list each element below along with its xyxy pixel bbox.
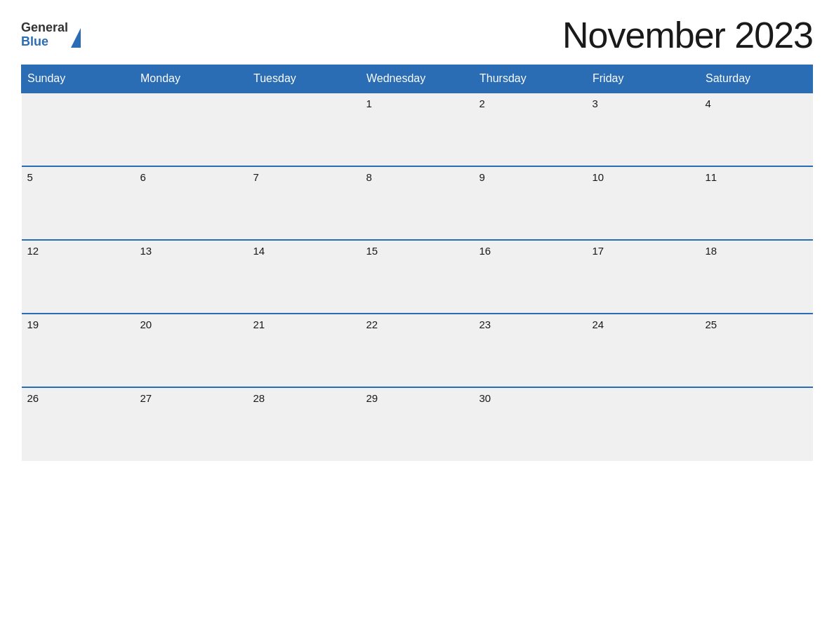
calendar-week-row: 1234 bbox=[22, 93, 813, 166]
calendar-week-row: 2627282930 bbox=[22, 387, 813, 461]
calendar-cell: 28 bbox=[248, 387, 361, 461]
day-number: 13 bbox=[140, 245, 242, 257]
col-friday: Friday bbox=[587, 65, 700, 93]
day-number: 14 bbox=[253, 245, 355, 257]
day-number: 26 bbox=[27, 392, 129, 404]
calendar-week-row: 567891011 bbox=[22, 166, 813, 240]
calendar-cell: 5 bbox=[22, 166, 135, 240]
day-number: 29 bbox=[366, 392, 468, 404]
calendar-cell: 16 bbox=[474, 240, 587, 314]
day-number: 21 bbox=[253, 318, 355, 330]
day-number: 22 bbox=[366, 318, 468, 330]
calendar-cell: 7 bbox=[248, 166, 361, 240]
calendar-cell: 9 bbox=[474, 166, 587, 240]
day-number: 11 bbox=[706, 171, 807, 183]
day-number: 23 bbox=[479, 318, 581, 330]
day-number: 3 bbox=[593, 98, 694, 109]
calendar-week-row: 12131415161718 bbox=[22, 240, 813, 314]
calendar-cell: 26 bbox=[22, 387, 135, 461]
logo-general: General bbox=[21, 21, 68, 35]
day-number: 9 bbox=[479, 171, 581, 183]
day-number: 2 bbox=[479, 98, 581, 109]
calendar-cell bbox=[700, 387, 813, 461]
calendar-cell bbox=[135, 93, 248, 166]
calendar-cell: 10 bbox=[587, 166, 700, 240]
day-number: 7 bbox=[253, 171, 355, 183]
calendar-cell: 18 bbox=[700, 240, 813, 314]
day-number: 25 bbox=[706, 318, 807, 330]
calendar-cell: 14 bbox=[248, 240, 361, 314]
calendar-cell: 6 bbox=[135, 166, 248, 240]
day-number: 24 bbox=[593, 318, 694, 330]
col-thursday: Thursday bbox=[474, 65, 587, 93]
calendar-cell: 30 bbox=[474, 387, 587, 461]
page-header: General Blue November 2023 bbox=[21, 14, 813, 56]
day-number: 17 bbox=[593, 245, 694, 257]
day-number: 1 bbox=[366, 98, 468, 109]
calendar-cell: 8 bbox=[361, 166, 474, 240]
day-number: 18 bbox=[706, 245, 807, 257]
col-monday: Monday bbox=[135, 65, 248, 93]
calendar-cell: 20 bbox=[135, 314, 248, 387]
calendar-cell: 19 bbox=[22, 314, 135, 387]
col-saturday: Saturday bbox=[700, 65, 813, 93]
day-number: 10 bbox=[593, 171, 694, 183]
calendar-cell bbox=[587, 387, 700, 461]
calendar-cell: 23 bbox=[474, 314, 587, 387]
calendar-cell: 25 bbox=[700, 314, 813, 387]
col-sunday: Sunday bbox=[22, 65, 135, 93]
month-title: November 2023 bbox=[562, 14, 813, 56]
day-number: 16 bbox=[479, 245, 581, 257]
calendar-table: Sunday Monday Tuesday Wednesday Thursday… bbox=[21, 65, 813, 461]
calendar-cell: 4 bbox=[700, 93, 813, 166]
logo-blue: Blue bbox=[21, 35, 68, 49]
logo-text: General Blue bbox=[21, 21, 68, 49]
calendar-cell bbox=[248, 93, 361, 166]
calendar-header-row: Sunday Monday Tuesday Wednesday Thursday… bbox=[22, 65, 813, 93]
col-wednesday: Wednesday bbox=[361, 65, 474, 93]
calendar-cell bbox=[22, 93, 135, 166]
day-number: 30 bbox=[479, 392, 581, 404]
day-number: 8 bbox=[366, 171, 468, 183]
day-number: 20 bbox=[140, 318, 242, 330]
day-number: 27 bbox=[140, 392, 242, 404]
calendar-cell: 1 bbox=[361, 93, 474, 166]
col-tuesday: Tuesday bbox=[248, 65, 361, 93]
calendar-cell: 21 bbox=[248, 314, 361, 387]
logo: General Blue bbox=[21, 21, 81, 49]
calendar-cell: 13 bbox=[135, 240, 248, 314]
day-number: 6 bbox=[140, 171, 242, 183]
calendar-cell: 12 bbox=[22, 240, 135, 314]
calendar-cell: 29 bbox=[361, 387, 474, 461]
day-number: 28 bbox=[253, 392, 355, 404]
day-number: 5 bbox=[27, 171, 129, 183]
calendar-cell: 24 bbox=[587, 314, 700, 387]
day-number: 19 bbox=[27, 318, 129, 330]
calendar-cell: 3 bbox=[587, 93, 700, 166]
calendar-cell: 2 bbox=[474, 93, 587, 166]
day-number: 12 bbox=[27, 245, 129, 257]
calendar-cell: 11 bbox=[700, 166, 813, 240]
logo-triangle-icon bbox=[71, 28, 81, 48]
calendar-cell: 17 bbox=[587, 240, 700, 314]
day-number: 4 bbox=[706, 98, 807, 109]
day-number: 15 bbox=[366, 245, 468, 257]
calendar-cell: 15 bbox=[361, 240, 474, 314]
calendar-cell: 27 bbox=[135, 387, 248, 461]
calendar-cell: 22 bbox=[361, 314, 474, 387]
calendar-week-row: 19202122232425 bbox=[22, 314, 813, 387]
